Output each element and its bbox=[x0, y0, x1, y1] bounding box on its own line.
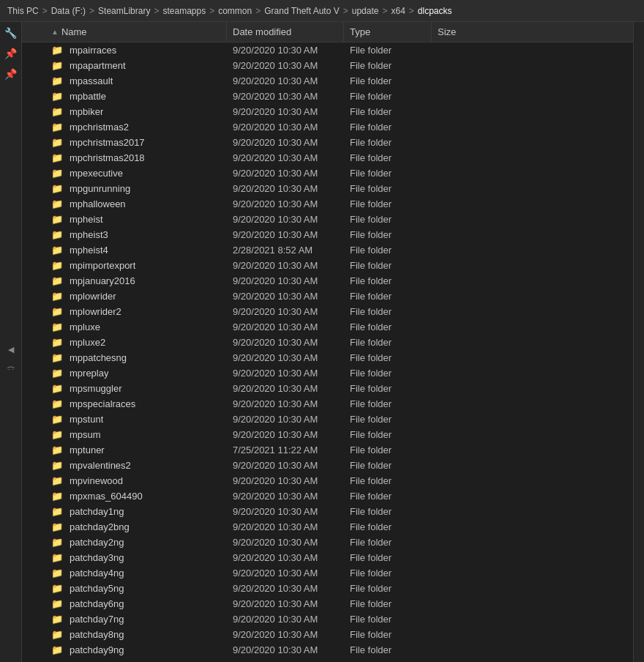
breadcrumb-dlcpacks[interactable]: dlcpacks bbox=[418, 6, 452, 16]
col-header-date[interactable]: Date modified bbox=[227, 22, 344, 42]
table-row[interactable]: 📁 mpvalentines2 9/20/2020 10:30 AM File … bbox=[22, 458, 633, 473]
table-row[interactable]: 📁 mpchristmas2018 9/20/2020 10:30 AM Fil… bbox=[22, 150, 633, 166]
table-row[interactable]: 📁 patchday5ng 9/20/2020 10:30 AM File fo… bbox=[22, 581, 633, 596]
file-name: patchday5ng bbox=[70, 583, 124, 594]
folder-icon: 📁 bbox=[51, 414, 63, 425]
table-row[interactable]: 📁 mpheist4 2/28/2021 8:52 AM File folder bbox=[22, 242, 633, 258]
table-row[interactable]: 📁 patchday6ng 9/20/2020 10:30 AM File fo… bbox=[22, 596, 633, 611]
col-header-size[interactable]: Size bbox=[432, 22, 505, 42]
table-row[interactable]: 📁 mplowrider 9/20/2020 10:30 AM File fol… bbox=[22, 289, 633, 304]
table-row[interactable]: 📁 patchday2bng 9/20/2020 10:30 AM File f… bbox=[22, 519, 633, 535]
breadcrumb-update[interactable]: update bbox=[352, 6, 379, 16]
file-date: 9/20/2020 10:30 AM bbox=[233, 291, 318, 302]
file-type: File folder bbox=[350, 429, 392, 440]
file-date: 9/20/2020 10:30 AM bbox=[233, 583, 318, 594]
table-row[interactable]: 📁 mplowrider2 9/20/2020 10:30 AM File fo… bbox=[22, 304, 633, 319]
file-name: mpapartment bbox=[70, 60, 126, 71]
table-row[interactable]: 📁 patchday8ng 9/20/2020 10:30 AM File fo… bbox=[22, 627, 633, 642]
table-row[interactable]: 📁 mpvinewood 9/20/2020 10:30 AM File fol… bbox=[22, 473, 633, 488]
table-row[interactable]: 📁 mpstunt 9/20/2020 10:30 AM File folder bbox=[22, 412, 633, 427]
table-row[interactable]: 📁 patchday4ng 9/20/2020 10:30 AM File fo… bbox=[22, 565, 633, 581]
table-row[interactable]: 📁 mpchristmas2017 9/20/2020 10:30 AM Fil… bbox=[22, 135, 633, 150]
table-row[interactable]: 📁 mppatchesng 9/20/2020 10:30 AM File fo… bbox=[22, 350, 633, 365]
col-header-type[interactable]: Type bbox=[344, 22, 432, 42]
file-name: mpheist4 bbox=[70, 245, 108, 256]
file-type: File folder bbox=[350, 198, 392, 209]
breadcrumb-data-f[interactable]: Data (F:) bbox=[51, 6, 86, 16]
table-row[interactable]: 📁 mpairraces 9/20/2020 10:30 AM File fol… bbox=[22, 42, 633, 58]
file-date: 9/20/2020 10:30 AM bbox=[233, 91, 318, 102]
left-panel: 🔧 📌 📌 ◀ :) bbox=[0, 22, 22, 662]
table-row[interactable]: 📁 mpxmas_604490 9/20/2020 10:30 AM File … bbox=[22, 488, 633, 504]
breadcrumb-gta-v[interactable]: Grand Theft Auto V bbox=[264, 6, 340, 16]
table-row[interactable]: 📁 mpspecialraces 9/20/2020 10:30 AM File… bbox=[22, 396, 633, 412]
table-row[interactable]: 📁 mpimportexport 9/20/2020 10:30 AM File… bbox=[22, 258, 633, 273]
table-row[interactable]: 📁 mpassault 9/20/2020 10:30 AM File fold… bbox=[22, 73, 633, 89]
breadcrumb-x64[interactable]: x64 bbox=[391, 6, 405, 16]
file-type: File folder bbox=[350, 614, 392, 625]
file-date: 9/20/2020 10:30 AM bbox=[233, 383, 318, 394]
breadcrumb-this-pc[interactable]: This PC bbox=[7, 6, 39, 16]
table-row[interactable]: 📁 mpluxe 9/20/2020 10:30 AM File folder bbox=[22, 319, 633, 335]
file-type: File folder bbox=[350, 583, 392, 594]
folder-icon: 📁 bbox=[51, 506, 63, 517]
folder-icon: 📁 bbox=[51, 91, 63, 102]
folder-icon: 📁 bbox=[51, 644, 63, 655]
file-type: File folder bbox=[350, 568, 392, 579]
file-type: File folder bbox=[350, 275, 392, 286]
col-header-name[interactable]: ▲ Name bbox=[22, 22, 227, 42]
folder-icon: 📁 bbox=[51, 521, 63, 532]
file-name: mpassault bbox=[70, 75, 113, 86]
col-date-label: Date modified bbox=[233, 26, 291, 37]
file-name: mpxmas_604490 bbox=[70, 491, 143, 502]
folder-icon: 📁 bbox=[51, 337, 63, 348]
table-row[interactable]: 📁 mpjanuary2016 9/20/2020 10:30 AM File … bbox=[22, 273, 633, 289]
table-row[interactable]: 📁 mpgunrunning 9/20/2020 10:30 AM File f… bbox=[22, 181, 633, 196]
content-area: 🔧 📌 📌 ◀ :) ▲ Name Date modified Type Siz… bbox=[0, 22, 644, 662]
file-name: mpspecialraces bbox=[70, 398, 135, 409]
file-name: mpgunrunning bbox=[70, 183, 130, 194]
table-row[interactable]: 📁 patchday1ng 9/20/2020 10:30 AM File fo… bbox=[22, 504, 633, 519]
folder-icon: 📁 bbox=[51, 245, 63, 256]
table-row[interactable]: 📁 mptuner 7/25/2021 11:22 AM File folder bbox=[22, 442, 633, 458]
folder-icon: 📁 bbox=[51, 398, 63, 409]
pin-icon-1[interactable]: 📌 bbox=[4, 46, 18, 61]
file-name: mplowrider bbox=[70, 291, 116, 302]
table-row[interactable]: 📁 mpbiker 9/20/2020 10:30 AM File folder bbox=[22, 104, 633, 119]
breadcrumb-steam-library[interactable]: SteamLibrary bbox=[98, 6, 150, 16]
table-row[interactable]: 📁 patchday2ng 9/20/2020 10:30 AM File fo… bbox=[22, 535, 633, 550]
file-name: patchday4ng bbox=[70, 568, 124, 579]
table-row[interactable]: 📁 mpexecutive 9/20/2020 10:30 AM File fo… bbox=[22, 166, 633, 181]
arrow-icon[interactable]: ◀ bbox=[4, 342, 18, 357]
file-type: File folder bbox=[350, 398, 392, 409]
file-date: 9/20/2020 10:30 AM bbox=[233, 460, 318, 471]
file-name: patchday6ng bbox=[70, 598, 124, 609]
file-type: File folder bbox=[350, 629, 392, 640]
file-name: mpheist bbox=[70, 214, 103, 225]
tool-icon[interactable]: 🔧 bbox=[4, 26, 18, 40]
table-row[interactable]: 📁 mphalloween 9/20/2020 10:30 AM File fo… bbox=[22, 196, 633, 212]
table-row[interactable]: 📁 mpsmuggler 9/20/2020 10:30 AM File fol… bbox=[22, 381, 633, 396]
table-row[interactable]: 📁 mpreplay 9/20/2020 10:30 AM File folde… bbox=[22, 365, 633, 381]
table-row[interactable]: 📁 mpapartment 9/20/2020 10:30 AM File fo… bbox=[22, 58, 633, 73]
file-date: 9/20/2020 10:30 AM bbox=[233, 183, 318, 194]
breadcrumb-common[interactable]: common bbox=[218, 6, 252, 16]
file-name: mpvinewood bbox=[70, 475, 123, 486]
table-row[interactable]: 📁 mpheist 9/20/2020 10:30 AM File folder bbox=[22, 212, 633, 227]
file-date: 9/20/2020 10:30 AM bbox=[233, 275, 318, 286]
table-row[interactable]: 📁 mpsum 9/20/2020 10:30 AM File folder bbox=[22, 427, 633, 442]
table-row[interactable]: 📁 patchday9ng 9/20/2020 10:30 AM File fo… bbox=[22, 642, 633, 658]
table-row[interactable]: 📁 mpheist3 9/20/2020 10:30 AM File folde… bbox=[22, 227, 633, 242]
table-row[interactable]: 📁 mpchristmas2 9/20/2020 10:30 AM File f… bbox=[22, 119, 633, 135]
folder-icon: 📁 bbox=[51, 214, 63, 225]
table-row[interactable]: 📁 patchday3ng 9/20/2020 10:30 AM File fo… bbox=[22, 550, 633, 565]
file-name: patchday8ng bbox=[70, 629, 124, 640]
pin-icon-2[interactable]: 📌 bbox=[4, 67, 18, 81]
table-row[interactable]: 📁 mpluxe2 9/20/2020 10:30 AM File folder bbox=[22, 335, 633, 350]
breadcrumb-steamapps[interactable]: steamapps bbox=[162, 6, 206, 16]
table-row[interactable]: 📁 patchday7ng 9/20/2020 10:30 AM File fo… bbox=[22, 611, 633, 627]
file-name: mplowrider2 bbox=[70, 306, 121, 317]
file-type: File folder bbox=[350, 445, 392, 455]
table-row[interactable]: 📁 mpbattle 9/20/2020 10:30 AM File folde… bbox=[22, 89, 633, 104]
file-date: 9/20/2020 10:30 AM bbox=[233, 229, 318, 240]
